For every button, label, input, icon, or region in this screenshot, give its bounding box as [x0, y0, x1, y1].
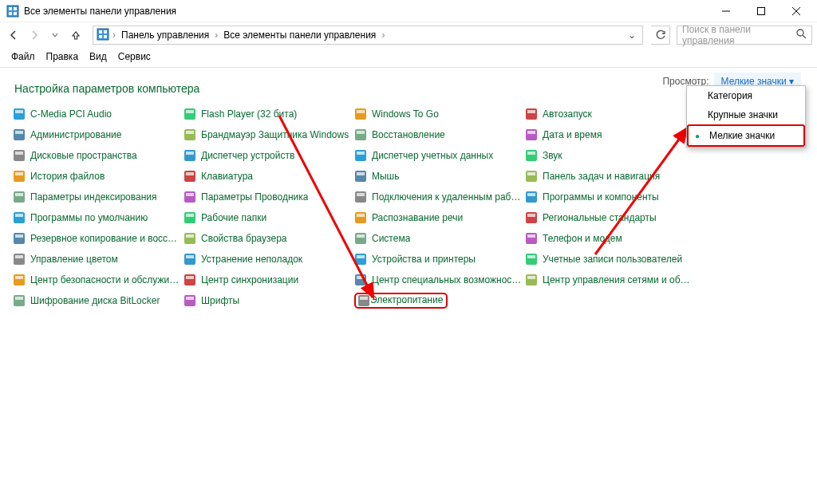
address-bar[interactable]: › Панель управления › Все элементы панел…	[93, 26, 643, 45]
control-panel-item[interactable]: Шифрование диска BitLocker	[13, 293, 180, 309]
applet-icon	[354, 128, 367, 141]
control-panel-item[interactable]: Устройства и принтеры	[354, 251, 522, 267]
control-panel-item[interactable]: Дисковые пространства	[13, 148, 180, 163]
control-panel-item[interactable]: Устранение неполадок	[184, 251, 351, 267]
view-dropdown: Категория Крупные значки Мелкие значки	[686, 85, 806, 148]
svg-rect-19	[186, 110, 194, 113]
control-panel-item[interactable]: Шрифты	[184, 293, 351, 309]
applet-icon	[13, 294, 26, 307]
back-button[interactable]	[5, 26, 22, 44]
applet-icon	[184, 274, 196, 286]
applet-label: Параметры Проводника	[201, 191, 308, 203]
control-panel-item[interactable]: Подключения к удаленным рабоч...	[354, 189, 522, 205]
applet-icon	[184, 211, 196, 224]
breadcrumb-current[interactable]: Все элементы панели управления	[221, 29, 378, 41]
control-panel-item[interactable]: Центр синхронизации	[184, 272, 351, 288]
applet-label: Система	[372, 233, 410, 244]
applet-label: Телефон и модем	[543, 233, 622, 244]
control-panel-item[interactable]: Региональные стандарты	[525, 210, 693, 226]
svg-rect-65	[15, 234, 23, 238]
applet-label: Центр синхронизации	[201, 274, 298, 285]
up-button[interactable]	[67, 26, 85, 44]
menu-view[interactable]: Вид	[89, 51, 107, 62]
control-panel-item[interactable]: Windows To Go	[354, 106, 522, 122]
applet-icon	[13, 149, 26, 162]
control-panel-item[interactable]: Свойства браузера	[184, 230, 351, 246]
svg-rect-25	[15, 131, 23, 134]
control-panel-item[interactable]: C-Media PCI Audio	[13, 106, 180, 122]
control-panel-item[interactable]: Управление цветом	[13, 251, 180, 267]
search-input[interactable]: Поиск в панели управления	[677, 26, 812, 45]
svg-rect-93	[360, 297, 368, 300]
control-panel-item[interactable]	[525, 293, 693, 309]
applet-icon	[13, 232, 26, 245]
control-panel-item[interactable]: Мышь	[354, 168, 522, 184]
applet-label: Windows To Go	[372, 108, 439, 120]
control-panel-item[interactable]: Резервное копирование и восстан...	[13, 230, 180, 246]
menu-edit[interactable]: Правка	[46, 51, 79, 62]
control-panel-item[interactable]: Электропитание	[354, 293, 522, 309]
applet-label: Параметры индексирования	[30, 191, 156, 203]
control-panel-item[interactable]: Параметры Проводника	[184, 189, 351, 205]
applet-icon	[13, 108, 26, 120]
addressbar-dropdown-icon[interactable]: ⌄	[625, 30, 639, 41]
breadcrumb-root[interactable]: Панель управления	[119, 29, 211, 41]
control-panel-item[interactable]: Программы по умолчанию	[13, 210, 180, 226]
forward-button[interactable]	[26, 26, 43, 44]
control-panel-item[interactable]: Восстановление	[354, 127, 522, 143]
applet-label: Диспетчер учетных данных	[372, 150, 493, 161]
menu-service[interactable]: Сервис	[118, 51, 151, 62]
chevron-right-icon[interactable]: ›	[211, 30, 221, 41]
control-panel-item[interactable]: Рабочие папки	[184, 210, 351, 226]
minimize-button[interactable]	[708, 0, 744, 22]
applet-icon	[525, 253, 538, 266]
svg-rect-23	[527, 110, 535, 113]
control-panel-item[interactable]: Центр безопасности и обслуживан...	[13, 272, 180, 288]
control-panel-item[interactable]: Программы и компоненты	[525, 189, 693, 205]
control-panel-item[interactable]: Клавиатура	[184, 168, 351, 184]
svg-rect-11	[104, 30, 107, 33]
control-panel-item[interactable]: Автозапуск	[525, 106, 693, 122]
control-panel-item[interactable]: Панель задач и навигация	[525, 168, 693, 184]
recent-dropdown-icon[interactable]	[46, 26, 64, 44]
applet-icon	[525, 232, 538, 245]
control-panel-item[interactable]: Распознавание речи	[354, 210, 522, 226]
svg-rect-91	[186, 297, 194, 300]
dropdown-large-icons[interactable]: Крупные значки	[687, 105, 805, 124]
svg-rect-57	[15, 214, 23, 217]
refresh-button[interactable]	[651, 26, 670, 45]
control-panel-item[interactable]: Дата и время	[525, 127, 693, 143]
menu-file[interactable]: Файл	[11, 51, 35, 62]
search-icon[interactable]	[796, 29, 807, 41]
svg-rect-79	[527, 255, 535, 258]
svg-rect-67	[186, 234, 194, 238]
control-panel-item[interactable]: Центр специальных возможностей	[354, 272, 522, 288]
applet-icon	[525, 149, 538, 162]
control-panel-item[interactable]: Параметры индексирования	[13, 189, 180, 205]
control-panel-item[interactable]: Учетные записи пользователей	[525, 251, 693, 267]
maximize-button[interactable]	[744, 0, 779, 22]
applet-label: Электропитание	[370, 294, 443, 307]
control-panel-item[interactable]: История файлов	[13, 168, 180, 184]
control-panel-item[interactable]: Телефон и модем	[525, 230, 693, 246]
control-panel-item[interactable]: Администрирование	[13, 127, 180, 143]
dropdown-small-icons[interactable]: Мелкие значки	[687, 124, 805, 147]
dropdown-category[interactable]: Категория	[687, 86, 805, 105]
control-panel-item[interactable]: Диспетчер устройств	[184, 148, 351, 163]
applet-icon	[184, 149, 196, 162]
chevron-right-icon[interactable]: ›	[109, 30, 119, 41]
svg-rect-69	[357, 234, 365, 238]
chevron-right-icon[interactable]: ›	[378, 30, 388, 41]
control-panel-item[interactable]: Система	[354, 230, 522, 246]
applet-label: История файлов	[30, 171, 105, 182]
control-panel-item[interactable]: Flash Player (32 бита)	[184, 106, 351, 122]
control-panel-item[interactable]: Звук	[525, 148, 693, 163]
svg-rect-45	[357, 172, 365, 175]
close-button[interactable]	[779, 0, 814, 22]
control-panel-item[interactable]: Центр управления сетями и общи...	[525, 272, 693, 288]
control-panel-item[interactable]: Диспетчер учетных данных	[354, 148, 522, 163]
control-panel-item[interactable]: Брандмауэр Защитника Windows	[184, 127, 351, 143]
applet-label: Свойства браузера	[201, 233, 287, 244]
applet-icon	[525, 128, 538, 141]
applet-icon	[13, 128, 26, 141]
